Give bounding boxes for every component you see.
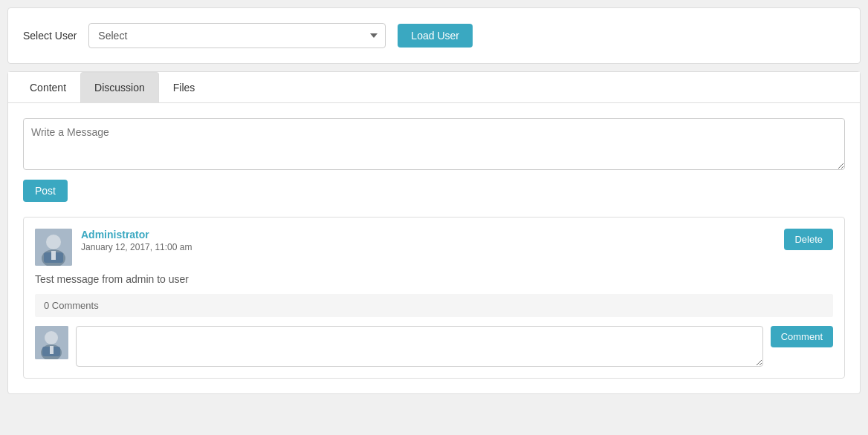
- tab-content[interactable]: Content: [16, 72, 80, 103]
- svg-rect-4: [51, 251, 56, 260]
- reply-area: Comment: [35, 326, 833, 367]
- author-details: Administrator January 12, 2017, 11:00 am: [81, 229, 192, 252]
- comments-count-bar: 0 Comments: [35, 294, 833, 317]
- reply-avatar: [35, 326, 68, 359]
- main-panel: Content Discussion Files Post: [7, 71, 861, 394]
- post-body: Test message from admin to user: [35, 273, 833, 285]
- message-textarea[interactable]: [23, 118, 845, 170]
- author-info: Administrator January 12, 2017, 11:00 am: [35, 229, 192, 266]
- svg-point-6: [45, 331, 58, 344]
- delete-button[interactable]: Delete: [784, 229, 833, 250]
- top-panel: Select User Select Load User: [7, 7, 861, 64]
- user-select[interactable]: Select: [88, 23, 386, 48]
- author-name: Administrator: [81, 229, 192, 241]
- post-card: Administrator January 12, 2017, 11:00 am…: [23, 217, 845, 379]
- discussion-tab-content: Post: [8, 103, 860, 393]
- post-date: January 12, 2017, 11:00 am: [81, 242, 192, 252]
- avatar: [35, 229, 72, 266]
- tabs-bar: Content Discussion Files: [8, 72, 860, 103]
- reply-textarea[interactable]: [76, 326, 763, 367]
- svg-point-1: [46, 235, 61, 249]
- svg-rect-9: [50, 346, 54, 354]
- comment-button[interactable]: Comment: [771, 326, 833, 347]
- load-user-button[interactable]: Load User: [398, 24, 473, 48]
- comments-count: 0 Comments: [44, 300, 99, 311]
- tab-files[interactable]: Files: [159, 72, 210, 103]
- post-button[interactable]: Post: [23, 180, 68, 202]
- tab-discussion[interactable]: Discussion: [80, 72, 159, 103]
- post-header: Administrator January 12, 2017, 11:00 am…: [35, 229, 833, 266]
- select-user-label: Select User: [23, 30, 77, 42]
